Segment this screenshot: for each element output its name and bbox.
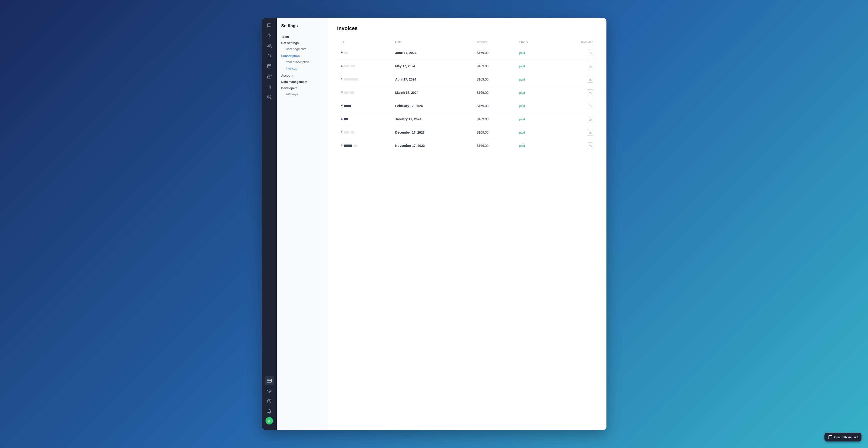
download-button[interactable] <box>587 49 593 56</box>
invoice-id-cell: # <box>337 73 392 86</box>
svg-point-9 <box>268 96 270 98</box>
table-row: #January 17, 2024$169.00paid <box>337 113 597 126</box>
invoice-download-cell <box>551 139 597 152</box>
col-download: Download <box>551 38 597 46</box>
invoice-amount: $169.00 <box>473 113 516 126</box>
section-account[interactable]: Account <box>277 72 328 78</box>
database-nav-icon[interactable] <box>265 62 274 71</box>
table-row: #December 17, 2023$169.00paid <box>337 126 597 139</box>
download-button[interactable] <box>587 76 593 82</box>
page-title: Invoices <box>337 25 597 31</box>
download-button[interactable] <box>587 142 593 149</box>
invoice-download-cell <box>551 86 597 99</box>
help-nav-icon[interactable] <box>265 397 274 406</box>
svg-point-8 <box>267 95 271 99</box>
invoice-download-cell <box>551 46 597 60</box>
invoice-date: June 17, 2024 <box>392 46 473 60</box>
sidebar-item-user-segments[interactable]: User segments <box>279 46 326 52</box>
sidebar-item-invoices[interactable]: Invoices <box>279 65 326 72</box>
col-amount: Amount <box>473 38 516 46</box>
invoice-date: February 17, 2024 <box>392 99 473 113</box>
svg-marker-0 <box>267 34 271 38</box>
download-button[interactable] <box>587 129 593 136</box>
table-row: #November 17, 2023$169.00paid <box>337 139 597 152</box>
main-content: Invoices ID Date Amount Status Download … <box>328 18 607 430</box>
section-data-management[interactable]: Data management <box>277 78 328 84</box>
invoice-date: December 17, 2023 <box>392 126 473 139</box>
invoice-amount: $169.00 <box>473 46 516 60</box>
invoice-id-cell: # <box>337 126 392 139</box>
invoice-id-cell: # <box>337 46 392 60</box>
invoice-id-cell: # <box>337 60 392 73</box>
sidebar: Settings Team Bot settings User segments… <box>277 18 328 430</box>
svg-point-1 <box>268 44 270 46</box>
col-id: ID <box>337 38 392 46</box>
invoice-amount: $169.00 <box>473 60 516 73</box>
invoice-download-cell <box>551 99 597 113</box>
svg-point-2 <box>267 65 271 66</box>
invoice-amount: $169.00 <box>473 126 516 139</box>
download-button[interactable] <box>587 116 593 123</box>
invoice-date: May 17, 2024 <box>392 60 473 73</box>
invoice-amount: $169.00 <box>473 86 516 99</box>
download-button[interactable] <box>587 103 593 109</box>
svg-point-10 <box>269 97 270 97</box>
svg-rect-3 <box>267 75 271 76</box>
invoice-download-cell <box>551 126 597 139</box>
invoice-id-cell: # <box>337 139 392 152</box>
table-row: #May 17, 2024$169.00paid <box>337 60 597 73</box>
invoice-date: November 17, 2023 <box>392 139 473 152</box>
billing-nav-icon[interactable] <box>265 376 274 385</box>
sidebar-item-your-subscription[interactable]: Your subscription <box>279 59 326 65</box>
invoice-amount: $169.00 <box>473 139 516 152</box>
invoice-date: March 17, 2024 <box>392 86 473 99</box>
invoice-status: paid <box>516 60 551 73</box>
invoice-status: paid <box>516 113 551 126</box>
invoice-amount: $169.00 <box>473 99 516 113</box>
col-status: Status <box>516 38 551 46</box>
invoice-status: paid <box>516 46 551 60</box>
lightning-nav-icon[interactable] <box>265 31 274 40</box>
settings-title: Settings <box>277 24 328 33</box>
bell-nav-icon[interactable] <box>265 407 274 416</box>
invoice-status: paid <box>516 73 551 86</box>
table-row: #February 17, 2024$169.00paid <box>337 99 597 113</box>
invoice-date: April 17, 2024 <box>392 73 473 86</box>
invoice-download-cell <box>551 113 597 126</box>
section-subscription[interactable]: Subscription <box>277 53 328 59</box>
invoice-status: paid <box>516 99 551 113</box>
download-button[interactable] <box>587 90 593 96</box>
section-developers[interactable]: Developers <box>277 84 328 91</box>
sidebar-item-api-keys[interactable]: API keys <box>279 91 326 97</box>
invoice-id-cell: # <box>337 99 392 113</box>
table-row: #June 17, 2024$169.00paid <box>337 46 597 60</box>
svg-rect-11 <box>267 379 271 382</box>
section-bot-settings[interactable]: Bot settings <box>277 39 328 46</box>
targeting-nav-icon[interactable] <box>265 92 274 102</box>
graduation-nav-icon[interactable] <box>265 386 274 395</box>
invoice-status: paid <box>516 126 551 139</box>
invoice-status: paid <box>516 86 551 99</box>
archive-nav-icon[interactable] <box>265 72 274 81</box>
col-date: Date <box>392 38 473 46</box>
avatar[interactable]: A <box>266 417 273 424</box>
contacts-nav-icon[interactable] <box>265 41 274 50</box>
invoice-download-cell <box>551 60 597 73</box>
section-team[interactable]: Team <box>277 33 328 39</box>
chart-nav-icon[interactable] <box>265 82 274 92</box>
alerts-nav-icon[interactable] <box>265 51 274 61</box>
icon-nav: A <box>262 18 277 430</box>
invoice-id-cell: # <box>337 86 392 99</box>
download-button[interactable] <box>587 63 593 69</box>
invoice-date: January 17, 2024 <box>392 113 473 126</box>
invoice-id-cell: # <box>337 113 392 126</box>
invoices-table: ID Date Amount Status Download #June 17,… <box>337 38 597 152</box>
table-row: #March 17, 2024$169.00paid <box>337 86 597 99</box>
invoice-status: paid <box>516 139 551 152</box>
table-row: #April 17, 2024$169.00paid <box>337 73 597 86</box>
invoice-amount: $169.00 <box>473 73 516 86</box>
invoice-download-cell <box>551 73 597 86</box>
chat-nav-icon[interactable] <box>265 21 274 30</box>
